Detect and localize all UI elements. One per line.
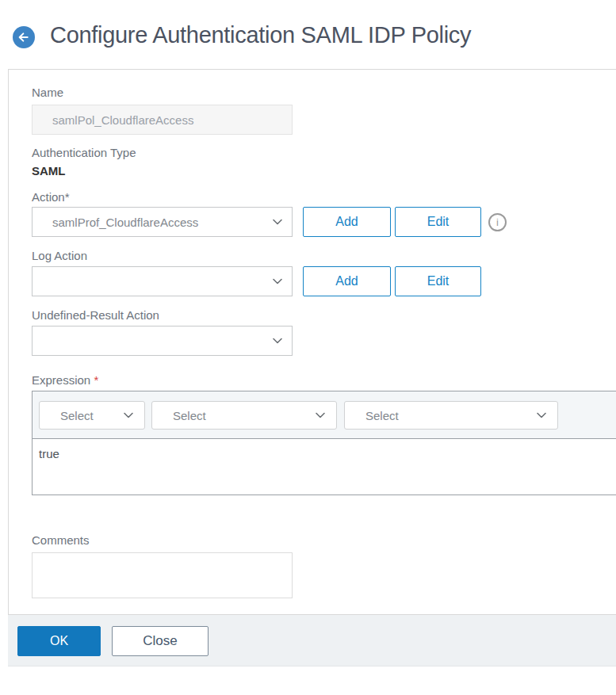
arrow-left-icon — [17, 31, 30, 44]
required-asterisk: * — [94, 373, 98, 387]
name-label: Name — [32, 86, 63, 99]
action-label: Action* — [32, 190, 70, 204]
expression-label: Expression * — [32, 373, 98, 387]
action-select[interactable]: samlProf_CloudflareAccess — [32, 207, 293, 237]
chevron-down-icon — [122, 409, 135, 422]
info-glyph: i — [496, 217, 499, 227]
name-input — [32, 105, 293, 135]
chevron-down-icon — [535, 409, 548, 422]
chevron-down-icon — [271, 334, 284, 347]
chevron-down-icon — [271, 216, 284, 228]
back-button[interactable] — [13, 26, 35, 48]
comments-textarea[interactable] — [32, 552, 293, 598]
close-button[interactable]: Close — [112, 626, 209, 656]
expression-select-2[interactable]: Select — [151, 401, 337, 430]
authentication-type-label: Authentication Type — [32, 146, 136, 159]
expression-toolbar: Select Select Select — [33, 391, 616, 439]
configure-saml-idp-policy-screen: Configure Authentication SAML IDP Policy… — [0, 0, 616, 695]
undefined-result-action-select[interactable] — [32, 326, 293, 356]
chevron-down-icon — [271, 275, 284, 288]
authentication-type-value: SAML — [32, 164, 66, 178]
action-add-button[interactable]: Add — [303, 207, 391, 237]
expression-select-3-value: Select — [365, 409, 399, 422]
expression-select-1-value: Select — [60, 409, 94, 422]
expression-builder: Select Select Select — [32, 391, 616, 495]
log-action-select[interactable] — [32, 266, 293, 296]
action-select-value: samlProf_CloudflareAccess — [52, 216, 198, 229]
log-action-edit-button[interactable]: Edit — [395, 266, 481, 296]
expression-select-3[interactable]: Select — [344, 401, 558, 430]
action-edit-button[interactable]: Edit — [395, 207, 481, 237]
expression-editor[interactable]: true — [33, 439, 616, 495]
comments-label: Comments — [32, 533, 90, 547]
expression-select-2-value: Select — [173, 409, 206, 422]
info-icon[interactable]: i — [488, 213, 507, 231]
chevron-down-icon — [314, 409, 327, 422]
page-title: Configure Authentication SAML IDP Policy — [50, 22, 471, 48]
log-action-label: Log Action — [32, 249, 87, 262]
log-action-add-button[interactable]: Add — [303, 266, 391, 296]
ok-button[interactable]: OK — [17, 626, 101, 656]
expression-select-1[interactable]: Select — [39, 401, 145, 430]
undefined-result-action-label: Undefined-Result Action — [32, 308, 159, 322]
